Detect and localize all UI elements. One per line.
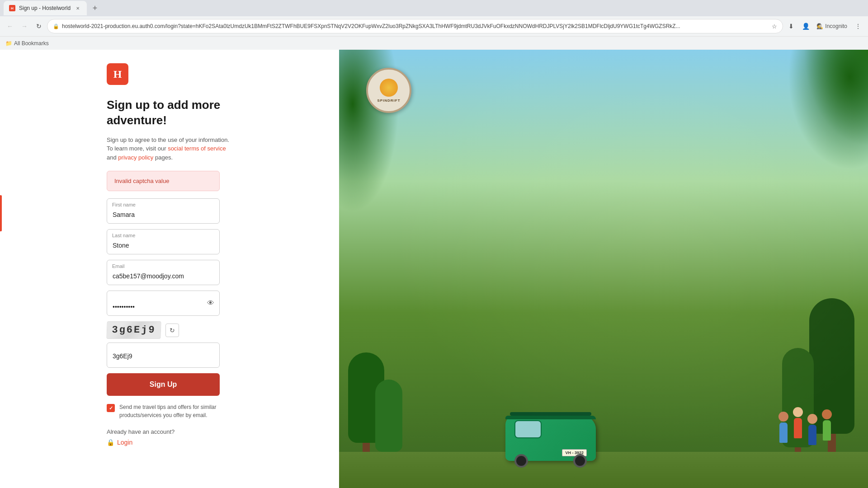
captcha-refresh-button[interactable]: ↻ xyxy=(165,324,179,337)
login-link[interactable]: 🔒 Login xyxy=(107,439,132,446)
email-offers-label: Send me travel tips and offers for simil… xyxy=(119,403,220,419)
captcha-image-row: 3g6Ej9 ↻ xyxy=(107,321,220,339)
person-1 xyxy=(778,412,788,443)
email-offers-row: ✓ Send me travel tips and offers for sim… xyxy=(107,403,220,419)
login-link-label: Login xyxy=(117,439,132,446)
nav-right-controls: ⬇ 👤 🕵 Incognito ⋮ xyxy=(785,20,864,33)
forward-button[interactable]: → xyxy=(18,20,31,33)
hostel-sign: SPINDRIFT xyxy=(366,68,411,113)
captcha-input[interactable] xyxy=(107,343,220,368)
last-name-input[interactable] xyxy=(107,229,220,254)
error-banner: Invalid captcha value xyxy=(107,171,220,191)
lock-icon: 🔒 xyxy=(53,23,59,29)
password-toggle-button[interactable]: 👁 xyxy=(207,299,214,307)
form-panel: H Sign up to add more adventure! Sign up… xyxy=(0,50,339,488)
image-panel: SPINDRIFT xyxy=(339,50,868,488)
social-terms-link[interactable]: social terms of service xyxy=(168,145,226,152)
password-wrapper: 👁 xyxy=(107,291,220,316)
password-field-group: Password 👁 xyxy=(107,291,220,316)
bookmarks-bar: 📁 All Bookmarks xyxy=(0,36,868,50)
menu-icon[interactable]: ⋮ xyxy=(852,20,864,33)
captcha-input-group xyxy=(107,343,220,368)
tuktuk-front-wheel xyxy=(573,454,587,468)
checkmark-icon: ✓ xyxy=(109,405,113,411)
sign-up-button[interactable]: Sign Up xyxy=(107,373,220,396)
email-offers-checkbox[interactable]: ✓ xyxy=(107,404,115,412)
login-icon: 🔒 xyxy=(107,439,114,446)
privacy-policy-link[interactable]: privacy policy xyxy=(118,154,153,161)
logo-letter: H xyxy=(113,68,122,80)
password-input[interactable] xyxy=(107,291,220,316)
email-input[interactable] xyxy=(107,260,220,285)
travel-scene: SPINDRIFT xyxy=(339,50,868,488)
email-field-group: Email xyxy=(107,260,220,285)
error-message: Invalid captcha value xyxy=(114,178,169,184)
first-name-field-group: First name xyxy=(107,198,220,224)
browser-tabs: H Sign up - Hostelworld ✕ + xyxy=(0,0,868,16)
back-button[interactable]: ← xyxy=(4,20,16,33)
downloads-icon[interactable]: ⬇ xyxy=(785,20,797,33)
browser-navbar: ← → ↻ 🔒 hostelworld-2021-production.eu.a… xyxy=(0,16,868,36)
page-title: Sign up to add more adventure! xyxy=(107,98,220,128)
terms-text: Sign up to agree to the use of your info… xyxy=(107,136,233,162)
first-name-input[interactable] xyxy=(107,198,220,224)
new-tab-button[interactable]: + xyxy=(89,2,101,14)
person-3 xyxy=(807,414,817,445)
bookmark-star-icon[interactable]: ☆ xyxy=(772,23,777,30)
tuktuk: VH - 3922 xyxy=(505,416,596,461)
foliage-right xyxy=(778,50,868,185)
tab-favicon: H xyxy=(9,5,15,11)
page-wrapper: H Sign up to add more adventure! Sign up… xyxy=(0,50,868,488)
reload-button[interactable]: ↻ xyxy=(33,20,45,33)
sign-text: SPINDRIFT xyxy=(377,99,400,103)
already-account-text: Already have an account? xyxy=(107,428,175,435)
sign-sun-graphic xyxy=(380,79,398,97)
tuktuk-window xyxy=(514,420,542,438)
tuktuk-back-wheel xyxy=(514,454,528,468)
incognito-icon: 🕵 xyxy=(816,23,823,29)
person-4 xyxy=(822,409,832,441)
incognito-label: 🕵 Incognito xyxy=(814,22,850,30)
person-2 xyxy=(793,407,803,438)
address-text: hostelworld-2021-production.eu.auth0.com… xyxy=(62,23,769,29)
bookmarks-folder-icon: 📁 xyxy=(5,40,12,47)
browser-chrome: H Sign up - Hostelworld ✕ + ← → ↻ 🔒 host… xyxy=(0,0,868,50)
tab-close-button[interactable]: ✕ xyxy=(74,5,81,12)
captcha-image: 3g6Ej9 xyxy=(106,321,161,339)
last-name-field-group: Last name xyxy=(107,229,220,254)
hostelworld-logo: H xyxy=(107,63,128,85)
logo-container: H xyxy=(107,63,128,85)
scroll-indicator xyxy=(0,195,2,231)
road xyxy=(339,452,868,488)
people-group xyxy=(778,421,832,452)
tab-title: Sign up - Hostelworld xyxy=(19,5,71,11)
profile-icon[interactable]: 👤 xyxy=(799,20,812,33)
active-tab[interactable]: H Sign up - Hostelworld ✕ xyxy=(4,1,87,15)
bookmarks-label: All Bookmarks xyxy=(14,40,49,47)
captcha-container: 3g6Ej9 ↻ xyxy=(107,321,220,368)
address-bar[interactable]: 🔒 hostelworld-2021-production.eu.auth0.c… xyxy=(47,19,783,33)
